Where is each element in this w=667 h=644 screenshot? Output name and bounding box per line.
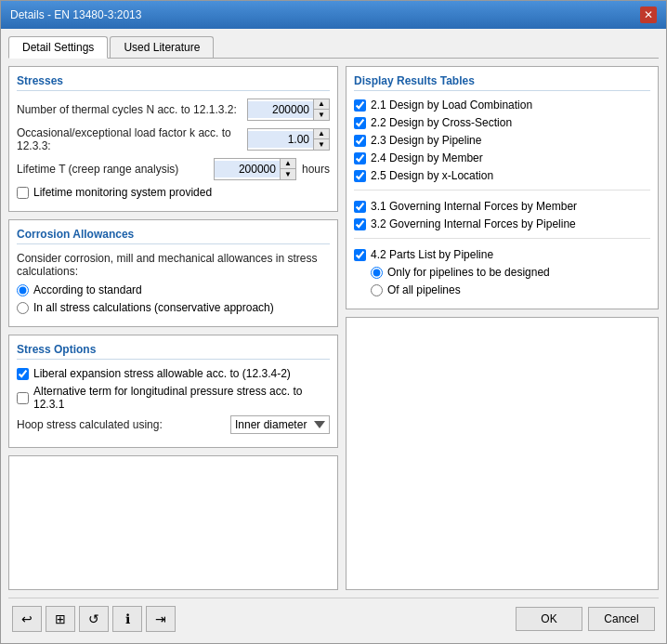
result-checkbox-4[interactable] bbox=[354, 170, 366, 182]
cancel-button[interactable]: Cancel bbox=[588, 607, 655, 631]
parts-list-radio2-label: Of all pipelines bbox=[387, 283, 461, 296]
ok-button[interactable]: OK bbox=[516, 607, 582, 631]
lifetime-down[interactable]: ▼ bbox=[281, 169, 295, 179]
stress-options-section: Stress Options Liberal expansion stress … bbox=[8, 335, 338, 448]
thermal-cycles-input[interactable] bbox=[248, 101, 313, 118]
reset-icon: ↩ bbox=[21, 611, 33, 626]
info-button[interactable]: ℹ bbox=[112, 606, 142, 632]
lifetime-spinbox: ▲ ▼ bbox=[214, 158, 296, 180]
alternative-checkbox[interactable] bbox=[17, 392, 29, 404]
lifetime-monitoring-row: Lifetime monitoring system provided bbox=[17, 186, 330, 199]
lifetime-monitoring-label: Lifetime monitoring system provided bbox=[33, 186, 212, 199]
load-factor-spinbox: ▲ ▼ bbox=[247, 128, 330, 151]
corrosion-radio2-label: In all stress calculations (conservative… bbox=[33, 301, 274, 314]
result-label-3: 2.4 Design by Member bbox=[371, 151, 483, 164]
dialog-content: Detail Settings Used Literature Stresses… bbox=[1, 29, 666, 643]
lifetime-monitoring-checkbox[interactable] bbox=[17, 187, 29, 199]
alternative-label: Alternative term for longitudinal pressu… bbox=[33, 385, 330, 411]
parts-list-radio2-row: Of all pipelines bbox=[371, 283, 650, 296]
left-panel: Stresses Number of thermal cycles N acc.… bbox=[8, 66, 338, 590]
hoop-label: Hoop stress calculated using: bbox=[17, 418, 225, 431]
parts-list-radio1-row: Only for pipelines to be designed bbox=[371, 266, 650, 279]
lifetime-label: Lifetime T (creep range analysis) bbox=[17, 163, 208, 176]
corrosion-radio2[interactable] bbox=[17, 302, 29, 314]
bottom-left-buttons: ↩ ⊞ ↺ ℹ ⇥ bbox=[12, 606, 176, 632]
result-row-2: 2.3 Design by Pipeline bbox=[354, 134, 650, 147]
result-label-1: 2.2 Design by Cross-Section bbox=[371, 116, 512, 129]
result-checkbox-6[interactable] bbox=[354, 218, 366, 230]
result-checkbox-5[interactable] bbox=[354, 201, 366, 213]
tab-used-literature[interactable]: Used Literature bbox=[110, 36, 214, 58]
hoop-select[interactable]: Inner diameter Outer diameter Mean diame… bbox=[230, 415, 330, 434]
result-row-6: 3.2 Governing Internal Forces by Pipelin… bbox=[354, 217, 650, 230]
result-label-2: 2.3 Design by Pipeline bbox=[371, 134, 481, 147]
thermal-cycles-up[interactable]: ▲ bbox=[314, 99, 329, 110]
thermal-cycles-spinbox: ▲ ▼ bbox=[247, 99, 330, 121]
result-row-3: 2.4 Design by Member bbox=[354, 151, 650, 164]
result-label-0: 2.1 Design by Load Combination bbox=[371, 99, 532, 112]
liberal-checkbox[interactable] bbox=[17, 368, 29, 380]
result-checkbox-1[interactable] bbox=[354, 117, 366, 129]
liberal-row: Liberal expansion stress allowable acc. … bbox=[17, 367, 330, 380]
result-label-7: 4.2 Parts List by Pipeline bbox=[371, 248, 493, 261]
load-factor-down[interactable]: ▼ bbox=[314, 139, 329, 150]
result-label-4: 2.5 Design by x-Location bbox=[371, 169, 493, 182]
right-empty-section bbox=[346, 317, 659, 590]
hoop-row: Hoop stress calculated using: Inner diam… bbox=[17, 415, 330, 434]
undo-button[interactable]: ↺ bbox=[79, 606, 109, 632]
result-row-7: 4.2 Parts List by Pipeline bbox=[354, 248, 650, 261]
tab-detail-settings[interactable]: Detail Settings bbox=[8, 36, 108, 59]
load-factor-row: Occasional/exceptional load factor k acc… bbox=[17, 126, 330, 152]
info-icon: ℹ bbox=[125, 611, 130, 626]
right-panel: Display Results Tables 2.1 Design by Loa… bbox=[346, 66, 659, 590]
corrosion-radio1-row: According to standard bbox=[17, 283, 330, 296]
corrosion-radio1[interactable] bbox=[17, 284, 29, 296]
left-empty-section bbox=[8, 455, 338, 590]
corrosion-description: Consider corrosion, mill and mechanical … bbox=[17, 252, 330, 278]
load-factor-up[interactable]: ▲ bbox=[314, 129, 329, 139]
bottom-bar: ↩ ⊞ ↺ ℹ ⇥ OK Cancel bbox=[8, 598, 659, 636]
thermal-cycles-label: Number of thermal cycles N acc. to 12.1.… bbox=[17, 103, 242, 116]
corrosion-radio2-row: In all stress calculations (conservative… bbox=[17, 301, 330, 314]
undo-icon: ↺ bbox=[88, 611, 99, 626]
result-row-1: 2.2 Design by Cross-Section bbox=[354, 116, 650, 129]
liberal-label: Liberal expansion stress allowable acc. … bbox=[33, 367, 291, 380]
result-label-5: 3.1 Governing Internal Forces by Member bbox=[371, 200, 577, 213]
export-icon: ⇥ bbox=[155, 611, 166, 626]
result-row-4: 2.5 Design by x-Location bbox=[354, 169, 650, 182]
corrosion-section: Corrosion Allowances Consider corrosion,… bbox=[8, 219, 338, 327]
tab-bar: Detail Settings Used Literature bbox=[8, 36, 659, 59]
lifetime-up[interactable]: ▲ bbox=[281, 159, 295, 169]
thermal-cycles-row: Number of thermal cycles N acc. to 12.1.… bbox=[17, 99, 330, 121]
close-button[interactable]: ✕ bbox=[640, 7, 657, 23]
alternative-row: Alternative term for longitudinal pressu… bbox=[17, 385, 330, 411]
load-factor-input[interactable] bbox=[248, 131, 313, 148]
parts-list-radio1[interactable] bbox=[371, 267, 383, 279]
result-row-0: 2.1 Design by Load Combination bbox=[354, 99, 650, 112]
display-results-title: Display Results Tables bbox=[354, 74, 650, 91]
stress-options-title: Stress Options bbox=[17, 343, 330, 360]
table-icon: ⊞ bbox=[55, 611, 66, 626]
hours-label: hours bbox=[302, 163, 330, 176]
stresses-section: Stresses Number of thermal cycles N acc.… bbox=[8, 66, 338, 212]
lifetime-row: Lifetime T (creep range analysis) ▲ ▼ ho… bbox=[17, 158, 330, 180]
table-button[interactable]: ⊞ bbox=[46, 606, 75, 632]
title-bar: Details - EN 13480-3:2013 ✕ bbox=[1, 1, 666, 29]
result-checkbox-2[interactable] bbox=[354, 135, 366, 147]
result-checkbox-7[interactable] bbox=[354, 249, 366, 261]
parts-list-radio2[interactable] bbox=[371, 284, 383, 296]
result-checkbox-3[interactable] bbox=[354, 152, 366, 164]
result-label-6: 3.2 Governing Internal Forces by Pipelin… bbox=[371, 217, 576, 230]
reset-button[interactable]: ↩ bbox=[12, 606, 42, 632]
thermal-cycles-down[interactable]: ▼ bbox=[314, 110, 329, 120]
corrosion-title: Corrosion Allowances bbox=[17, 228, 330, 244]
dialog-title: Details - EN 13480-3:2013 bbox=[10, 8, 141, 21]
display-results-section: Display Results Tables 2.1 Design by Loa… bbox=[346, 66, 659, 309]
lifetime-input[interactable] bbox=[215, 161, 280, 177]
stresses-title: Stresses bbox=[17, 74, 330, 91]
result-checkbox-0[interactable] bbox=[354, 99, 366, 112]
corrosion-radio1-label: According to standard bbox=[33, 283, 142, 296]
dialog-window: Details - EN 13480-3:2013 ✕ Detail Setti… bbox=[0, 0, 667, 644]
export-button[interactable]: ⇥ bbox=[146, 606, 176, 632]
load-factor-label: Occasional/exceptional load factor k acc… bbox=[17, 126, 242, 152]
